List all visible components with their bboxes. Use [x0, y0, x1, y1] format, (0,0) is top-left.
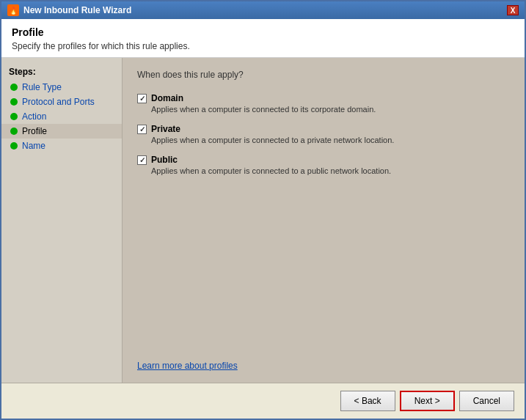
- step-dot-rule-type: [10, 84, 18, 91]
- public-profile-name: Public: [151, 155, 178, 165]
- page-title: Profile: [12, 26, 514, 38]
- window-title: New Inbound Rule Wizard: [23, 5, 131, 15]
- title-bar: 🔥 New Inbound Rule Wizard X: [1, 1, 525, 19]
- steps-label: Steps:: [1, 64, 122, 80]
- title-bar-left: 🔥 New Inbound Rule Wizard: [7, 4, 131, 16]
- step-dot-name: [10, 142, 18, 150]
- profile-option-private: ✓ Private Applies when a computer is con…: [137, 124, 510, 144]
- main-window: 🔥 New Inbound Rule Wizard X Profile Spec…: [0, 0, 526, 420]
- sidebar-item-action[interactable]: Action: [1, 109, 122, 124]
- learn-more-link[interactable]: Learn more about profiles: [137, 361, 238, 371]
- domain-checkbox-check: ✓: [139, 95, 145, 103]
- profile-option-header-private: ✓ Private: [137, 124, 510, 134]
- close-button[interactable]: X: [507, 5, 519, 15]
- step-dot-protocol-ports: [10, 98, 18, 106]
- public-profile-desc: Applies when a computer is connected to …: [151, 166, 510, 175]
- public-checkbox[interactable]: ✓: [137, 155, 147, 165]
- content-area: Profile Specify the profiles for which t…: [1, 19, 525, 419]
- profile-option-public: ✓ Public Applies when a computer is conn…: [137, 155, 510, 175]
- sidebar-item-label-name: Name: [22, 141, 45, 151]
- cancel-button[interactable]: Cancel: [459, 391, 514, 411]
- page-subtitle: Specify the profiles for which this rule…: [12, 41, 514, 51]
- sidebar-item-profile[interactable]: Profile: [1, 124, 122, 139]
- rule-question: When does this rule apply?: [137, 70, 510, 80]
- footer: < Back Next > Cancel: [1, 383, 525, 419]
- sidebar-item-label-action: Action: [22, 111, 46, 122]
- back-button[interactable]: < Back: [340, 391, 395, 411]
- step-dot-profile: [10, 128, 18, 135]
- private-profile-desc: Applies when a computer is connected to …: [151, 136, 510, 144]
- main-body: Steps: Rule Type Protocol and Ports Acti…: [1, 58, 525, 383]
- sidebar: Steps: Rule Type Protocol and Ports Acti…: [1, 58, 123, 383]
- page-header: Profile Specify the profiles for which t…: [1, 19, 525, 58]
- profile-option-header-domain: ✓ Domain: [137, 93, 510, 103]
- window-icon: 🔥: [7, 4, 19, 16]
- domain-profile-desc: Applies when a computer is connected to …: [151, 105, 510, 114]
- sidebar-item-rule-type[interactable]: Rule Type: [1, 80, 122, 95]
- step-dot-action: [10, 113, 18, 120]
- public-checkbox-check: ✓: [139, 156, 145, 164]
- learn-more-section: Learn more about profiles: [137, 353, 510, 371]
- sidebar-item-label-profile: Profile: [22, 126, 47, 136]
- profile-option-domain: ✓ Domain Applies when a computer is conn…: [137, 93, 510, 114]
- sidebar-item-label-protocol-ports: Protocol and Ports: [22, 97, 95, 107]
- private-checkbox-check: ✓: [139, 125, 145, 133]
- sidebar-item-name[interactable]: Name: [1, 139, 122, 153]
- sidebar-item-label-rule-type: Rule Type: [22, 82, 62, 92]
- profile-option-header-public: ✓ Public: [137, 155, 510, 165]
- domain-checkbox[interactable]: ✓: [137, 94, 147, 103]
- next-button[interactable]: Next >: [400, 391, 455, 411]
- sidebar-item-protocol-ports[interactable]: Protocol and Ports: [1, 95, 122, 109]
- right-panel: When does this rule apply? ✓ Domain Appl…: [123, 58, 525, 383]
- private-checkbox[interactable]: ✓: [137, 125, 147, 134]
- domain-profile-name: Domain: [151, 93, 183, 103]
- private-profile-name: Private: [151, 124, 180, 134]
